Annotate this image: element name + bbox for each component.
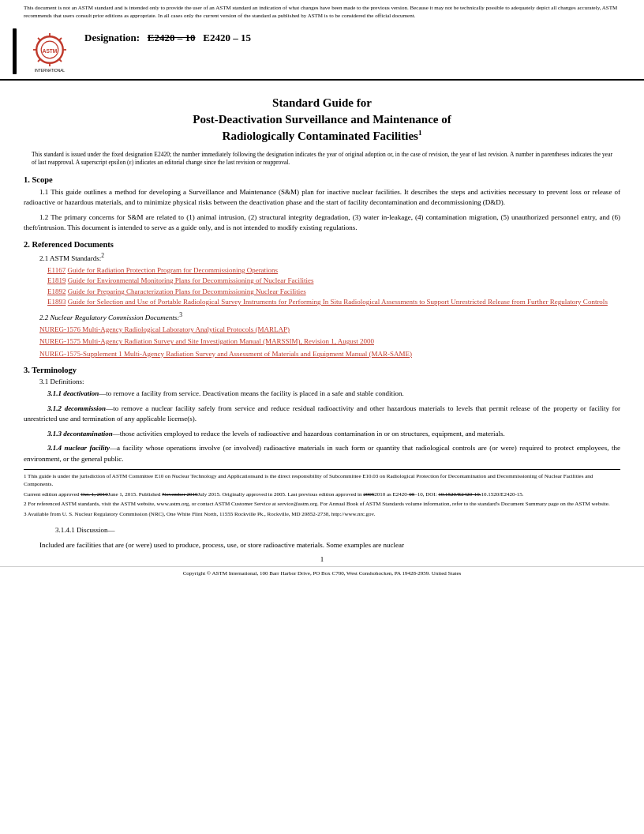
para-1-2: 1.2 The primary concerns for S&M are rel… [24, 212, 620, 234]
designation-prefix: Designation: [84, 32, 140, 43]
doc-title-line1: Standard Guide for [272, 96, 372, 109]
svg-line-9 [38, 59, 40, 62]
ref-E1819-id[interactable]: E1819 [47, 276, 66, 284]
top-notice: This document is not an ASTM standard an… [0, 0, 644, 24]
section-3-1-4-1: 3.1.4.1 Discussion— Included are facilit… [24, 525, 620, 550]
copyright-footer: Copyright © ASTM International, 100 Barr… [0, 566, 644, 580]
issuance-note-text: This standard is issued under the fixed … [32, 151, 612, 167]
section3-heading: 3. Terminology [24, 366, 620, 374]
def-3-1-3-text: —those activities employed to reduce the… [113, 430, 505, 438]
page: This document is not an ASTM standard an… [0, 0, 644, 834]
para-3-1-4-1-text: Included are facilities that are (or wer… [24, 540, 620, 551]
subsection-2-2: 2.2 Nuclear Regulatory Commission Docume… [24, 311, 620, 321]
footnote-1b: Current edition approved Oct. 1, 2010Jun… [24, 491, 620, 499]
section2-heading-text: 2. Referenced Documents [24, 240, 114, 249]
def-3-1-4-term: 3.1.4 nuclear facility [47, 444, 110, 452]
svg-line-8 [59, 38, 62, 40]
doc-title-line2: Post-Deactivation Surveillance and Maint… [193, 113, 451, 126]
section1-heading-text: 1. Scope [24, 175, 53, 184]
astm-refs-list: E1167 Guide for Radiation Protection Pro… [47, 265, 620, 308]
svg-text:INTERNATIONAL: INTERNATIONAL [34, 69, 64, 73]
ref-NUREG-1575-S1: NUREG-1575-Supplement 1 Multi-Agency Rad… [39, 349, 620, 360]
subsection-2-1: 2.1 ASTM Standards:2 [24, 252, 620, 262]
issuance-note: This standard is issued under the fixed … [24, 151, 620, 167]
def-3-1-3-term: 3.1.3 decontamination [47, 430, 113, 438]
def-3-1-1-text: —to remove a facility from service. Deac… [99, 389, 404, 397]
nrc-refs-list: NUREG-1576 Multi-Agency Radiological Lab… [39, 325, 620, 360]
def-3-1-4-text: —a facility whose operations involve (or… [24, 444, 620, 463]
header-inner: ASTM INTERNATIONAL Designation: E2420 – … [0, 24, 644, 81]
footnote-1-text: 1 This guide is under the jurisdiction o… [24, 473, 593, 487]
def-3-1-2-term: 3.1.2 decommission [47, 404, 106, 412]
para-1-2-text: 1.2 The primary concerns for S&M are rel… [24, 213, 620, 232]
subsection-2-2-text: 2.2 Nuclear Regulatory Commission Docume… [39, 314, 179, 321]
subsection-2-1-sup: 2 [101, 252, 104, 259]
def-3-1-3: 3.1.3 decontamination—those activities e… [24, 429, 620, 440]
svg-text:ASTM: ASTM [42, 48, 57, 54]
top-notice-text: This document is not an ASTM standard an… [24, 5, 617, 19]
ref-NUREG-1575-text[interactable]: NUREG-1575 Multi-Agency Radiation Survey… [39, 337, 374, 345]
footnote-1b-text: Current edition approved Oct. 1, 2010Jun… [24, 491, 523, 498]
designation-line: Designation: E2420 – 10 E2420 – 15 [84, 32, 620, 45]
svg-line-7 [59, 59, 62, 62]
ref-E1893-title: Guide for Selection and Use of Portable … [68, 298, 608, 306]
ref-E1167: E1167 Guide for Radiation Protection Pro… [47, 265, 620, 276]
section3-heading-text: 3. Terminology [24, 366, 77, 374]
page-number-text: 1 [320, 555, 324, 563]
subsection-2-1-text: 2.1 ASTM Standards: [39, 254, 101, 262]
ref-E1893: E1893 Guide for Selection and Use of Por… [47, 297, 620, 308]
para-3-1-4-1-body: Included are facilities that are (or wer… [39, 541, 404, 549]
para-3-1-4-1: 3.1.4.1 Discussion— [24, 525, 620, 536]
ref-NUREG-1575: NUREG-1575 Multi-Agency Radiation Survey… [39, 336, 620, 348]
subsection-3-1: 3.1 Definitions: [24, 378, 620, 385]
footnote-2: 2 For referenced ASTM standards, visit t… [24, 501, 620, 509]
ref-NUREG-1575-S1-text[interactable]: NUREG-1575-Supplement 1 Multi-Agency Rad… [39, 350, 412, 358]
designation-old: E2420 – 10 [148, 32, 196, 43]
footnote-3-text: 3 Available from U. S. Nuclear Regulator… [24, 511, 375, 517]
def-3-1-1: 3.1.1 deactivation—to remove a facility … [24, 389, 620, 400]
footnote-1: 1 This guide is under the jurisdiction o… [24, 473, 620, 489]
footnote-3: 3 Available from U. S. Nuclear Regulator… [24, 511, 620, 519]
def-3-1-2-text: —to remove a nuclear facility safely fro… [24, 404, 620, 423]
ref-NUREG-1576-text[interactable]: NUREG-1576 Multi-Agency Radiological Lab… [39, 325, 290, 333]
header-section: ASTM INTERNATIONAL Designation: E2420 – … [0, 24, 644, 81]
doc-title-superscript: 1 [418, 129, 422, 137]
subsection-2-2-sup: 3 [179, 311, 182, 318]
logo-area: ASTM INTERNATIONAL [24, 28, 75, 76]
def-3-1-1-term: 3.1.1 deactivation [47, 389, 99, 397]
ref-E1167-id[interactable]: E1167 [47, 266, 66, 274]
ref-E1892: E1892 Guide for Preparing Characterizati… [47, 287, 620, 298]
main-content: Standard Guide for Post-Deactivation Sur… [0, 81, 644, 563]
vertical-bar [13, 28, 17, 74]
para-1-1-text: 1.1 This guide outlines a method for dev… [24, 188, 620, 207]
ref-E1167-title[interactable]: Guide for Radiation Protection Program f… [67, 266, 278, 274]
ref-E1892-title[interactable]: Guide for Preparing Characterization Pla… [68, 287, 306, 295]
def-3-1-4: 3.1.4 nuclear facility—a facility whose … [24, 443, 620, 464]
section1-heading: 1. Scope [24, 175, 620, 184]
ref-NUREG-1576: NUREG-1576 Multi-Agency Radiological Lab… [39, 325, 620, 336]
para-1-1: 1.1 This guide outlines a method for dev… [24, 187, 620, 208]
ref-E1819-title[interactable]: Guide for Environmental Monitoring Plans… [68, 276, 314, 284]
footnote-section: 1 This guide is under the jurisdiction o… [24, 469, 620, 519]
subsection-3-1-text: 3.1 Definitions: [39, 378, 84, 385]
astm-logo-icon: ASTM INTERNATIONAL [26, 28, 73, 76]
designation-area: Designation: E2420 – 10 E2420 – 15 [84, 28, 620, 45]
doc-title-line3: Radiologically Contaminated Facilities [223, 130, 418, 142]
designation-new: E2420 – 15 [203, 32, 251, 43]
para-3-1-4-1-heading: 3.1.4.1 Discussion— [55, 526, 115, 534]
ref-E1819: E1819 Guide for Environmental Monitoring… [47, 276, 620, 287]
section2-heading: 2. Referenced Documents [24, 240, 620, 249]
page-number: 1 [24, 555, 620, 563]
ref-E1893-id: E1893 [47, 298, 66, 306]
copyright-text: Copyright © ASTM International, 100 Barr… [183, 570, 462, 577]
svg-line-6 [38, 38, 40, 40]
ref-E1892-id[interactable]: E1892 [47, 287, 66, 295]
footnote-2-text: 2 For referenced ASTM standards, visit t… [24, 501, 610, 507]
def-3-1-2: 3.1.2 decommission—to remove a nuclear f… [24, 404, 620, 425]
document-title: Standard Guide for Post-Deactivation Sur… [24, 95, 620, 145]
